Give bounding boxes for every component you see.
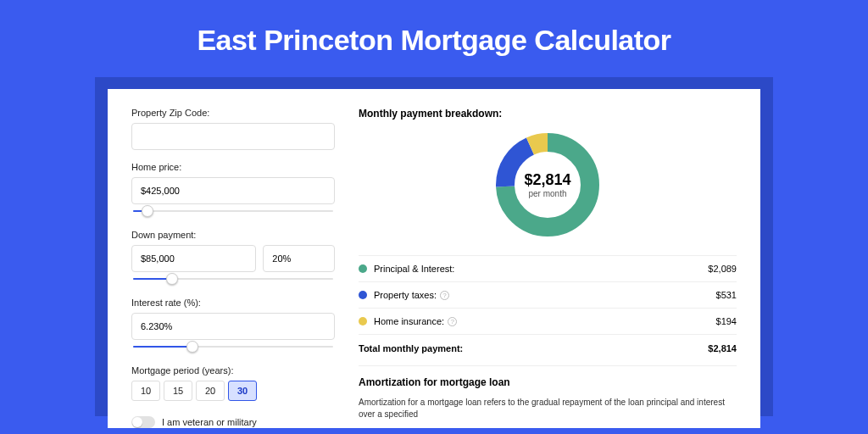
veteran-label: I am veteran or military	[162, 417, 257, 427]
down-slider[interactable]	[131, 275, 335, 286]
down-slider-thumb[interactable]	[166, 273, 178, 285]
price-label: Home price:	[131, 162, 335, 172]
breakdown-column: Monthly payment breakdown: $2,814 per mo…	[359, 108, 737, 428]
amortization-section: Amortization for mortgage loan Amortizat…	[359, 365, 737, 420]
donut-container: $2,814 per month	[359, 130, 737, 240]
calculator-card: Property Zip Code: Home price: Down paym…	[108, 89, 760, 428]
down-percent-input[interactable]	[263, 245, 335, 272]
row-insurance-label: Home insurance:	[374, 316, 444, 326]
zip-label: Property Zip Code:	[131, 108, 335, 118]
donut-sub: per month	[528, 189, 566, 198]
veteran-row: I am veteran or military	[131, 416, 335, 428]
amortization-text: Amortization for a mortgage loan refers …	[359, 397, 737, 420]
row-taxes: Property taxes: ? $531	[359, 281, 737, 308]
period-option-30[interactable]: 30	[228, 381, 257, 401]
donut-amount: $2,814	[524, 171, 570, 189]
form-column: Property Zip Code: Home price: Down paym…	[131, 108, 335, 428]
row-principal-label: Principal & Interest:	[374, 264, 454, 274]
period-options: 10 15 20 30	[131, 381, 335, 401]
page-banner: East Princeton Mortgage Calculator	[0, 0, 868, 77]
page-title: East Princeton Mortgage Calculator	[0, 24, 868, 57]
zip-field: Property Zip Code:	[131, 108, 335, 150]
period-option-20[interactable]: 20	[196, 381, 225, 401]
row-total-label: Total monthly payment:	[359, 343, 463, 353]
price-field: Home price:	[131, 162, 335, 218]
rate-field: Interest rate (%):	[131, 298, 335, 353]
row-insurance: Home insurance: ? $194	[359, 308, 737, 334]
rate-label: Interest rate (%):	[131, 298, 335, 308]
rate-slider[interactable]	[131, 343, 335, 353]
period-option-10[interactable]: 10	[131, 381, 160, 401]
rate-input[interactable]	[131, 313, 335, 340]
price-input[interactable]	[131, 177, 335, 204]
swatch-blue-icon	[359, 291, 367, 299]
swatch-green-icon	[359, 264, 367, 273]
amortization-title: Amortization for mortgage loan	[359, 376, 737, 388]
down-amount-input[interactable]	[131, 245, 256, 272]
row-total: Total monthly payment: $2,814	[359, 334, 737, 362]
down-field: Down payment:	[131, 230, 335, 286]
info-icon[interactable]: ?	[440, 291, 449, 300]
period-option-15[interactable]: 15	[164, 381, 192, 401]
zip-input[interactable]	[131, 123, 335, 150]
row-taxes-label: Property taxes:	[374, 290, 437, 300]
rate-slider-thumb[interactable]	[186, 341, 198, 353]
swatch-yellow-icon	[359, 317, 367, 326]
info-icon[interactable]: ?	[448, 317, 457, 326]
breakdown-title: Monthly payment breakdown:	[359, 108, 737, 120]
down-label: Down payment:	[131, 230, 335, 240]
card-shadow: Property Zip Code: Home price: Down paym…	[95, 77, 773, 416]
price-slider-thumb[interactable]	[142, 205, 153, 217]
row-principal-value: $2,089	[708, 264, 737, 274]
price-slider[interactable]	[131, 208, 335, 218]
period-label: Mortgage period (years):	[131, 365, 335, 376]
period-field: Mortgage period (years): 10 15 20 30	[131, 365, 335, 401]
row-insurance-value: $194	[716, 316, 737, 326]
row-principal: Principal & Interest: $2,089	[359, 255, 737, 281]
donut-center: $2,814 per month	[492, 130, 603, 240]
row-taxes-value: $531	[716, 290, 737, 300]
veteran-toggle[interactable]	[131, 416, 155, 428]
row-total-value: $2,814	[708, 343, 737, 353]
